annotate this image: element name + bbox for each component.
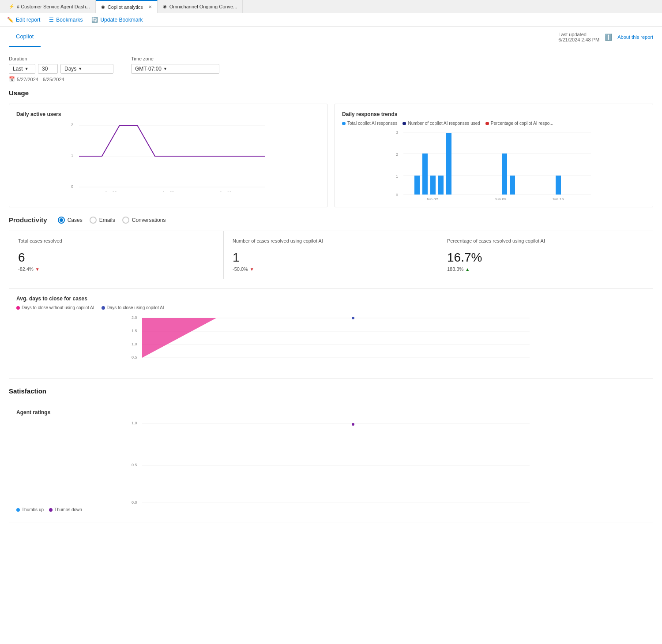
svg-text:1: 1 — [396, 174, 398, 179]
browser-tab-bar: ⚡ # Customer Service Agent Dash... ◉ Cop… — [0, 0, 662, 13]
productivity-radio-group: Cases Emails Conversations — [58, 217, 166, 224]
radio-cases[interactable]: Cases — [58, 217, 83, 224]
legend-label-thumbs-down: Thumbs down — [54, 507, 82, 512]
agent-ratings-svg: 1.0 0.5 0.0 May 31 — [16, 419, 646, 507]
legend-dot-thumbs-down — [49, 508, 53, 512]
svg-text:1: 1 — [71, 154, 73, 158]
date-range-display: 📅 5/27/2024 - 6/25/2024 — [9, 76, 113, 82]
duration-unit-select[interactable]: Days ▼ — [60, 64, 113, 74]
down-arrow-1: ▼ — [35, 267, 40, 272]
avg-days-card: Avg. days to close for cases Days to clo… — [9, 288, 653, 378]
legend-responses-used: Number of copilot AI responses used — [402, 121, 480, 126]
agent-ratings-chart: 1.0 0.5 0.0 May 31 — [16, 419, 646, 507]
bookmarks-icon: ☰ — [49, 17, 54, 23]
svg-rect-23 — [510, 176, 515, 195]
edit-report-button[interactable]: ✏️ Edit report — [7, 17, 40, 23]
avg-days-title: Avg. days to close for cases — [16, 296, 646, 302]
agent-ratings-title: Agent ratings — [16, 409, 646, 416]
svg-text:May 31: May 31 — [346, 506, 360, 507]
svg-text:Jun 16: Jun 16 — [219, 190, 231, 191]
metric-total-cases-label: Total cases resolved — [18, 238, 214, 243]
date-range-text: 5/27/2024 - 6/25/2024 — [17, 77, 64, 82]
metrics-row: Total cases resolved 6 -82.4% ▼ Number o… — [9, 231, 653, 279]
svg-marker-36 — [142, 318, 216, 358]
radio-emails-label: Emails — [99, 217, 115, 223]
timezone-filter: Time zone GMT-07:00 ▼ — [131, 56, 219, 82]
duration-type-select[interactable]: Last ▼ — [9, 64, 35, 74]
bookmarks-button[interactable]: ☰ Bookmarks — [49, 17, 83, 23]
metric-cases-copilot: Number of cases resolved using copilot A… — [224, 231, 438, 279]
tab-omnichannel[interactable]: ◉ Omnichannel Ongoing Conve... — [158, 0, 243, 13]
last-updated-value: 6/21/2024 2:48 PM — [558, 37, 599, 42]
usage-section-title: Usage — [9, 89, 653, 97]
duration-unit-value: Days — [64, 66, 76, 72]
svg-point-37 — [352, 317, 354, 319]
timezone-chevron: ▼ — [163, 67, 167, 71]
duration-number-value: 30 — [42, 66, 48, 72]
metric-cases-copilot-change: -50.0% ▼ — [233, 266, 429, 272]
svg-text:Jun 16: Jun 16 — [552, 197, 564, 200]
legend-percentage: Percentage of copilot AI respo... — [485, 121, 553, 126]
daily-active-users-chart: 2 1 0 Jun 02 Jun 09 Jun 16 — [16, 121, 320, 191]
radio-cases-circle — [58, 217, 65, 224]
radio-emails[interactable]: Emails — [90, 217, 115, 224]
update-bookmark-button[interactable]: 🔄 Update Bookmark — [91, 17, 143, 23]
legend-dot-3 — [485, 122, 489, 125]
response-trends-legend: Total copilot AI responses Number of cop… — [342, 121, 646, 126]
productivity-title: Productivity — [9, 216, 47, 224]
legend-total-responses: Total copilot AI responses — [342, 121, 397, 126]
radio-conversations[interactable]: Conversations — [122, 217, 166, 224]
legend-label-2: Number of copilot AI responses used — [408, 121, 480, 126]
svg-text:Jun 02: Jun 02 — [426, 197, 438, 200]
legend-label-thumbs-up: Thumbs up — [22, 507, 44, 512]
svg-rect-21 — [446, 133, 451, 195]
svg-text:1.0: 1.0 — [132, 421, 137, 425]
tab-copilot-analytics[interactable]: ◉ Copilot analytics ✕ — [96, 0, 158, 13]
metric-total-cases-change-text: -82.4% — [18, 266, 34, 272]
legend-thumbs-up: Thumbs up — [16, 507, 44, 512]
toolbar: ✏️ Edit report ☰ Bookmarks 🔄 Update Book… — [0, 13, 662, 27]
metric-cases-copilot-change-text: -50.0% — [233, 266, 248, 272]
svg-text:Jun 09: Jun 09 — [494, 197, 506, 200]
svg-text:1.0: 1.0 — [132, 342, 137, 346]
legend-label-1: Total copilot AI responses — [347, 121, 397, 126]
daily-response-trends-card: Daily response trends Total copilot AI r… — [335, 104, 653, 207]
svg-rect-17 — [414, 176, 420, 195]
metric-total-cases-change: -82.4% ▼ — [18, 266, 214, 272]
svg-text:2.0: 2.0 — [132, 315, 137, 320]
info-icon: ℹ️ — [605, 34, 612, 41]
productivity-header: Productivity Cases Emails Conversations — [9, 216, 653, 224]
tab-icon-1: ⚡ — [9, 4, 14, 9]
metric-cases-copilot-label: Number of cases resolved using copilot A… — [233, 238, 429, 243]
legend-dot-without — [16, 306, 20, 310]
duration-number-select[interactable]: 30 — [38, 64, 58, 74]
page-nav: Copilot — [9, 27, 41, 47]
legend-label-without: Days to close without using copilot AI — [22, 305, 94, 310]
duration-row: Last ▼ 30 Days ▼ — [9, 64, 113, 74]
svg-text:0: 0 — [71, 184, 73, 189]
nav-item-copilot[interactable]: Copilot — [9, 27, 41, 47]
timezone-value: GMT-07:00 — [135, 66, 162, 72]
legend-label-3: Percentage of copilot AI respo... — [491, 121, 553, 126]
tab-customer-service[interactable]: ⚡ # Customer Service Agent Dash... — [4, 0, 96, 13]
tab-label-1: # Customer Service Agent Dash... — [17, 4, 90, 9]
daily-active-users-svg: 2 1 0 Jun 02 Jun 09 Jun 16 — [16, 121, 320, 191]
radio-conversations-label: Conversations — [132, 217, 166, 223]
timezone-select[interactable]: GMT-07:00 ▼ — [131, 64, 219, 74]
radio-emails-circle — [90, 217, 97, 224]
about-report-link[interactable]: About this report — [617, 34, 653, 40]
metric-cases-pct-change: 183.3% ▲ — [447, 266, 644, 272]
daily-active-users-title: Daily active users — [16, 111, 320, 117]
bookmarks-label: Bookmarks — [56, 17, 83, 23]
legend-label-with: Days to close using copilot AI — [107, 305, 164, 310]
page-header-right: Last updated 6/21/2024 2:48 PM ℹ️ About … — [558, 32, 653, 42]
satisfaction-section-title: Satisfaction — [9, 387, 653, 395]
legend-with-copilot: Days to close using copilot AI — [102, 305, 164, 310]
duration-label: Duration — [9, 56, 113, 61]
tab-close-button[interactable]: ✕ — [148, 4, 152, 9]
svg-text:2: 2 — [396, 152, 398, 157]
legend-dot-with — [102, 306, 105, 310]
edit-icon: ✏️ — [7, 17, 14, 23]
metric-total-cases-value: 6 — [18, 251, 214, 265]
svg-rect-20 — [438, 176, 444, 195]
